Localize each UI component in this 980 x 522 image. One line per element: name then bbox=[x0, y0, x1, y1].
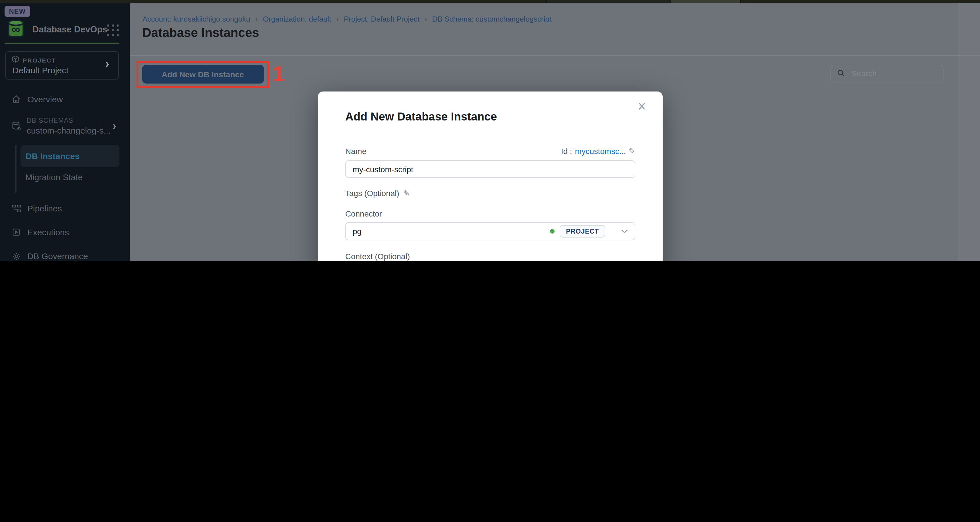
chevron-right-icon: › bbox=[105, 57, 109, 70]
sidebar-item-label: Overview bbox=[27, 94, 63, 104]
connector-select[interactable]: pg PROJECT bbox=[345, 222, 635, 240]
scrollbar-track[interactable] bbox=[958, 3, 980, 261]
annotation-box-step1 bbox=[136, 61, 269, 88]
page-title: Database Instances bbox=[142, 25, 259, 40]
home-icon bbox=[11, 94, 21, 104]
project-name: Default Project bbox=[13, 65, 68, 75]
name-id-row: Name Id : mycustomsc... ✎ bbox=[345, 146, 635, 155]
chevron-right-icon: › bbox=[425, 15, 427, 23]
gear-icon bbox=[11, 251, 21, 261]
project-kind-label: PROJECT bbox=[23, 57, 56, 63]
sidebar-accent-divider bbox=[5, 43, 119, 43]
executions-icon bbox=[11, 227, 21, 237]
edit-pencil-icon[interactable]: ✎ bbox=[629, 146, 635, 155]
name-input[interactable] bbox=[345, 160, 635, 178]
chevron-right-icon: › bbox=[336, 15, 339, 23]
project-cube-icon bbox=[11, 55, 19, 63]
breadcrumb-project[interactable]: Project: Default Project bbox=[344, 15, 420, 23]
screen: NEW ∞ Database DevOps › PROJECT Default … bbox=[0, 0, 980, 261]
name-label: Name bbox=[345, 146, 367, 155]
product-title: Database DevOps bbox=[32, 24, 108, 34]
search-input[interactable] bbox=[850, 68, 930, 78]
sidebar-item-label: Pipelines bbox=[27, 203, 62, 213]
tab-sliver bbox=[740, 0, 980, 3]
sidebar-item-db-governance[interactable]: DB Governance bbox=[11, 249, 125, 261]
db-schema-icon bbox=[11, 121, 22, 131]
sidebar-item-label: DB Governance bbox=[27, 251, 88, 261]
chevron-right-icon: › bbox=[113, 120, 116, 132]
connector-value: pg bbox=[353, 227, 361, 236]
sidebar-item-pipelines[interactable]: Pipelines bbox=[11, 202, 125, 215]
sidebar-group-label: DB SCHEMAS bbox=[27, 117, 73, 124]
browser-top-edge bbox=[0, 0, 980, 3]
database-devops-logo-icon[interactable]: ∞ bbox=[5, 17, 27, 40]
sidebar-item-migration-state[interactable]: Migration State bbox=[25, 172, 83, 182]
close-icon[interactable]: × bbox=[638, 98, 646, 114]
tab-sliver bbox=[0, 0, 546, 3]
breadcrumb-account[interactable]: Account: kurosakiichigo.songoku bbox=[143, 15, 250, 23]
connector-scope-chip: PROJECT bbox=[560, 225, 605, 238]
sidebar-item-label: DB Instances bbox=[25, 151, 80, 160]
chevron-down-icon bbox=[621, 229, 628, 233]
sidebar-item-overview[interactable]: Overview bbox=[11, 92, 125, 106]
breadcrumb-organization[interactable]: Organization: default bbox=[263, 15, 331, 23]
breadcrumb: Account: kurosakiichigo.songoku › Organi… bbox=[143, 15, 551, 23]
tags-row: Tags (Optional) ✎ bbox=[345, 189, 410, 198]
add-db-instance-dialog: × Add New Database Instance Name Id : my… bbox=[318, 91, 662, 261]
pipelines-icon bbox=[11, 203, 21, 213]
context-label: Context (Optional) bbox=[345, 252, 410, 261]
sidebar-item-db-schema[interactable]: custom-changelog-s... bbox=[27, 125, 111, 135]
svg-text:∞: ∞ bbox=[12, 22, 20, 35]
breadcrumb-db-schema[interactable]: DB Schema: customchangelogscript bbox=[432, 15, 551, 23]
sidebar-item-db-instances[interactable]: DB Instances bbox=[21, 144, 119, 167]
sidebar-item-executions[interactable]: Executions bbox=[11, 225, 125, 239]
id-value-link[interactable]: mycustomsc... bbox=[575, 146, 626, 155]
edit-pencil-icon[interactable]: ✎ bbox=[403, 189, 410, 198]
connector-label: Connector bbox=[345, 209, 382, 218]
dialog-title: Add New Database Instance bbox=[345, 110, 497, 123]
search-icon bbox=[837, 69, 845, 77]
connector-status-dot bbox=[550, 229, 555, 233]
search-box bbox=[830, 65, 943, 82]
module-grid-icon[interactable] bbox=[106, 23, 121, 38]
header-divider bbox=[129, 55, 980, 56]
annotation-number-1: 1 bbox=[272, 63, 285, 85]
sidebar-item-label: Executions bbox=[27, 227, 69, 237]
id-label: Id : bbox=[561, 146, 572, 155]
new-badge: NEW bbox=[5, 5, 30, 17]
chevron-right-icon: › bbox=[255, 15, 258, 23]
tab-sliver-active bbox=[670, 0, 740, 3]
tab-sliver bbox=[546, 0, 670, 3]
sidebar: NEW ∞ Database DevOps › PROJECT Default … bbox=[0, 3, 129, 261]
tags-label: Tags (Optional) bbox=[345, 189, 399, 198]
nav-tree-guide bbox=[15, 144, 16, 192]
